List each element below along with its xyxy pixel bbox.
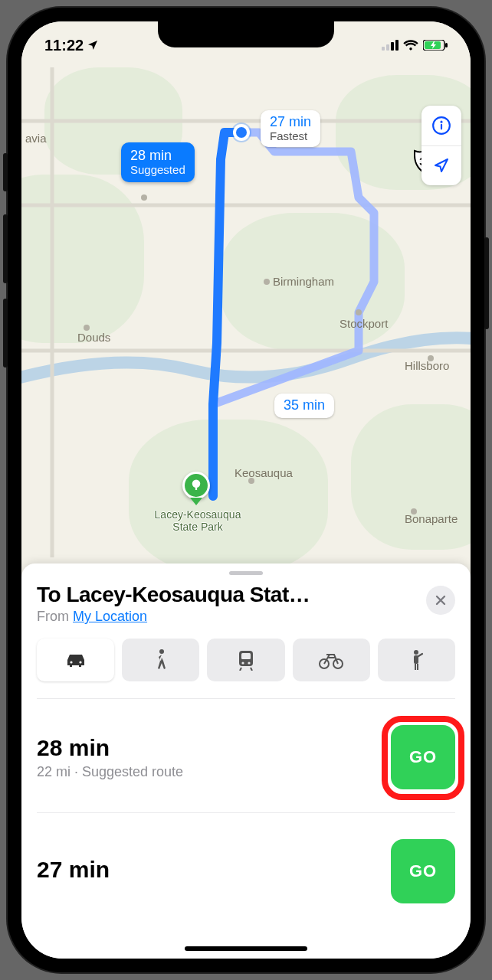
svg-rect-2	[391, 42, 394, 51]
route-subtitle: 22 mi · Suggested route	[37, 764, 391, 780]
svg-rect-6	[445, 43, 448, 47]
city-label: Keosauqua	[235, 466, 294, 479]
destination-pin[interactable]	[182, 472, 210, 505]
svg-point-29	[414, 650, 418, 655]
close-icon	[435, 594, 447, 606]
destination-label: Lacey-Keosauqua State Park	[136, 508, 259, 533]
callout-label: Fastest	[270, 130, 311, 143]
route-option-2[interactable]: 27 min GO	[37, 813, 455, 911]
notch	[158, 21, 334, 47]
map-canvas[interactable]: avia Birmingham Stockport Douds Hillsbor…	[21, 21, 471, 588]
current-location-dot	[233, 124, 250, 141]
svg-point-25	[241, 662, 244, 664]
battery-icon	[423, 40, 448, 51]
svg-rect-1	[386, 44, 389, 51]
svg-rect-24	[241, 653, 251, 659]
recenter-button[interactable]	[421, 145, 461, 186]
from-line: From My Location	[37, 609, 415, 625]
home-indicator[interactable]	[185, 946, 307, 951]
rideshare-icon	[408, 648, 424, 671]
mode-rideshare[interactable]	[378, 639, 455, 681]
wifi-icon	[403, 40, 418, 51]
callout-time: 28 min	[130, 148, 172, 163]
city-label: Birmingham	[273, 275, 334, 288]
route-time: 28 min	[37, 735, 391, 761]
svg-point-21	[79, 661, 81, 663]
cellular-icon	[382, 40, 399, 51]
location-arrow-icon	[432, 156, 451, 175]
city-label: avia	[25, 132, 47, 145]
mode-walk[interactable]	[122, 639, 199, 681]
city-label: Douds	[77, 331, 110, 344]
route-callout-alt[interactable]: 35 min	[274, 394, 334, 418]
status-time: 11:22	[44, 37, 84, 54]
svg-rect-19	[441, 124, 442, 130]
sheet-grabber[interactable]	[229, 571, 263, 575]
city-label: Bonaparte	[405, 512, 458, 525]
car-icon	[63, 651, 89, 669]
callout-label: Suggested	[130, 164, 185, 177]
svg-point-26	[248, 662, 250, 664]
mode-transit[interactable]	[207, 639, 284, 681]
svg-rect-0	[382, 47, 385, 51]
callout-time: 27 min	[270, 114, 311, 129]
route-callout-suggested[interactable]: 28 min Suggested	[121, 142, 195, 182]
tree-icon	[189, 479, 203, 492]
svg-point-7	[264, 279, 270, 285]
svg-rect-16	[195, 487, 197, 491]
walk-icon	[153, 648, 169, 671]
svg-point-18	[440, 120, 442, 122]
svg-rect-31	[415, 664, 416, 670]
info-icon	[431, 116, 451, 136]
svg-point-15	[192, 480, 201, 488]
close-button[interactable]	[426, 586, 455, 615]
svg-point-13	[141, 194, 147, 201]
svg-point-9	[84, 325, 90, 331]
mode-drive[interactable]	[37, 639, 114, 681]
city-label: Stockport	[339, 317, 389, 330]
svg-point-20	[70, 661, 72, 663]
svg-rect-3	[395, 40, 399, 51]
city-label: Hillsboro	[405, 359, 449, 372]
transport-mode-row	[37, 639, 455, 699]
route-time: 27 min	[37, 857, 391, 883]
route-callout-fastest[interactable]: 27 min Fastest	[261, 110, 320, 147]
go-button[interactable]: GO	[391, 839, 455, 903]
bike-icon	[318, 651, 344, 669]
svg-rect-30	[414, 655, 418, 664]
svg-point-8	[356, 309, 362, 315]
destination-title: To Lacey-Keosauqua Stat…	[37, 583, 415, 607]
transit-icon	[236, 649, 256, 671]
from-location-link[interactable]: My Location	[73, 609, 147, 624]
phone-frame: 11:22	[8, 8, 484, 972]
directions-sheet[interactable]: To Lacey-Keosauqua Stat… From My Locatio…	[21, 564, 471, 959]
location-services-icon	[87, 39, 99, 51]
svg-rect-32	[417, 664, 418, 670]
map-controls	[421, 106, 461, 185]
route-option-1[interactable]: 28 min 22 mi · Suggested route GO	[37, 699, 455, 813]
svg-point-22	[159, 649, 164, 654]
mode-bike[interactable]	[293, 639, 370, 681]
callout-time: 35 min	[284, 397, 325, 413]
screen: 11:22	[21, 21, 471, 959]
go-button[interactable]: GO	[391, 725, 455, 789]
map-info-button[interactable]	[421, 106, 461, 145]
